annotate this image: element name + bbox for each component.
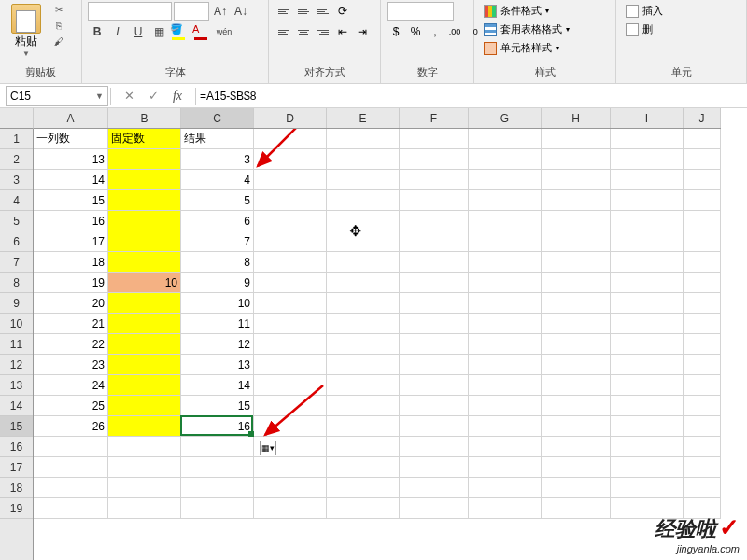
cell-A14[interactable]: 25 [34,396,108,416]
cell-J15[interactable] [684,416,721,437]
cell-H6[interactable] [542,231,611,252]
cell-I6[interactable] [611,231,684,252]
align-bottom-button[interactable] [314,2,332,21]
cell-H19[interactable] [542,498,611,519]
cut-button[interactable]: ✂ [50,2,67,17]
cell-I18[interactable] [611,478,684,498]
cell-J9[interactable] [684,293,721,314]
cell-F7[interactable] [400,252,469,273]
cell-G7[interactable] [469,252,542,273]
cell-D1[interactable] [254,129,327,149]
cell-I8[interactable] [611,273,684,293]
cell-F1[interactable] [400,129,469,149]
cell-J11[interactable] [684,334,721,355]
increase-font-button[interactable]: A↑ [211,2,230,21]
cell-G14[interactable] [469,396,542,416]
row-header-17[interactable]: 17 [0,457,33,478]
cell-E18[interactable] [327,478,400,498]
cell-B10[interactable] [108,314,181,334]
cell-F17[interactable] [400,457,469,478]
cell-I7[interactable] [611,252,684,273]
row-header-8[interactable]: 8 [0,273,33,293]
cell-I11[interactable] [611,334,684,355]
cell-G17[interactable] [469,457,542,478]
cell-E6[interactable] [327,231,400,252]
cell-E10[interactable] [327,314,400,334]
cell-G12[interactable] [469,355,542,375]
cell-B9[interactable] [108,293,181,314]
currency-button[interactable]: $ [387,22,405,41]
cell-A9[interactable]: 20 [34,293,108,314]
cell-E3[interactable] [327,170,400,190]
cell-A19[interactable] [34,498,108,519]
row-header-12[interactable]: 12 [0,355,33,375]
col-header-J[interactable]: J [684,108,721,128]
number-format-select[interactable] [387,2,454,21]
cell-D6[interactable] [254,231,327,252]
cell-E12[interactable] [327,355,400,375]
table-format-button[interactable]: 套用表格格式▾ [480,21,573,38]
cell-J3[interactable] [684,170,721,190]
cell-H3[interactable] [542,170,611,190]
bold-button[interactable]: B [88,22,106,41]
cell-A8[interactable]: 19 [34,273,108,293]
cell-B4[interactable] [108,190,181,211]
cell-I3[interactable] [611,170,684,190]
comma-button[interactable]: , [426,22,444,41]
cell-H9[interactable] [542,293,611,314]
cell-H12[interactable] [542,355,611,375]
cell-H14[interactable] [542,396,611,416]
accept-formula-button[interactable]: ✓ [145,88,162,105]
cell-H5[interactable] [542,211,611,231]
paste-button[interactable]: 粘贴 ▼ [6,2,47,60]
row-header-16[interactable]: 16 [0,437,33,457]
decrease-indent-button[interactable]: ⇤ [333,22,352,41]
row-header-10[interactable]: 10 [0,314,33,334]
cell-I17[interactable] [611,457,684,478]
increase-decimal-button[interactable]: .00 [445,22,464,41]
fill-color-button[interactable]: 🪣 [170,22,190,41]
row-header-13[interactable]: 13 [0,375,33,396]
cell-B14[interactable] [108,396,181,416]
row-header-4[interactable]: 4 [0,190,33,211]
cell-C19[interactable] [181,498,254,519]
row-header-18[interactable]: 18 [0,478,33,498]
decrease-font-button[interactable]: A↓ [232,2,250,21]
cell-G6[interactable] [469,231,542,252]
font-size-select[interactable] [174,2,209,21]
name-box[interactable]: C15 ▼ [6,86,108,106]
cell-B6[interactable] [108,231,181,252]
cell-B7[interactable] [108,252,181,273]
cell-C11[interactable]: 12 [181,334,254,355]
cell-C2[interactable]: 3 [181,149,254,170]
cell-D5[interactable] [254,211,327,231]
cell-A17[interactable] [34,457,108,478]
cell-H7[interactable] [542,252,611,273]
cell-F10[interactable] [400,314,469,334]
row-header-7[interactable]: 7 [0,252,33,273]
cell-I16[interactable] [611,437,684,457]
cell-C14[interactable]: 15 [181,396,254,416]
cell-E19[interactable] [327,498,400,519]
align-center-button[interactable] [294,22,313,41]
cell-E14[interactable] [327,396,400,416]
cell-H13[interactable] [542,375,611,396]
cell-D8[interactable] [254,273,327,293]
format-painter-button[interactable]: 🖌 [50,34,67,49]
cell-B8[interactable]: 10 [108,273,181,293]
row-header-5[interactable]: 5 [0,211,33,231]
cells-container[interactable]: 一列数固定数结果13314415516617718819109201021112… [34,129,747,519]
col-header-C[interactable]: C [181,108,254,128]
col-header-F[interactable]: F [400,108,469,128]
cell-G10[interactable] [469,314,542,334]
col-header-G[interactable]: G [469,108,542,128]
cell-D4[interactable] [254,190,327,211]
cell-C8[interactable]: 9 [181,273,254,293]
cell-J2[interactable] [684,149,721,170]
cell-C18[interactable] [181,478,254,498]
col-header-I[interactable]: I [611,108,684,128]
row-header-3[interactable]: 3 [0,170,33,190]
row-header-9[interactable]: 9 [0,293,33,314]
cell-B5[interactable] [108,211,181,231]
row-header-14[interactable]: 14 [0,396,33,416]
